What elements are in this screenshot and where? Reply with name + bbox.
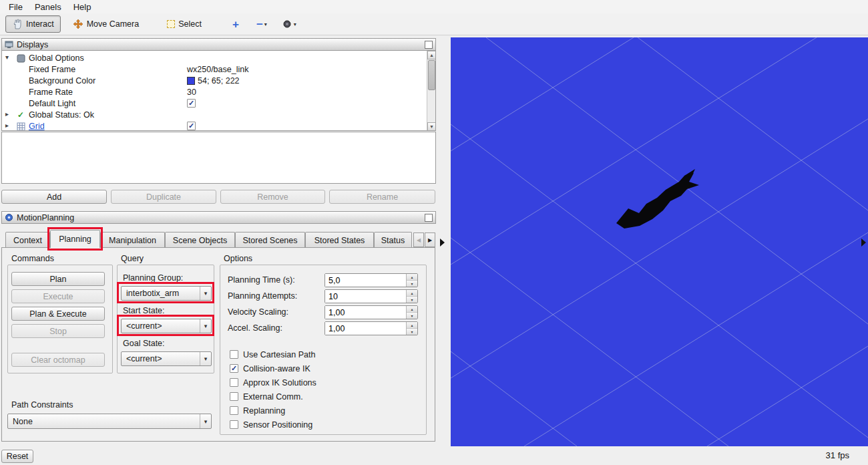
tab-scroll-left-button[interactable]: ◀: [413, 232, 424, 247]
chevron-down-icon: ▾: [200, 414, 211, 428]
tab-label: Context: [13, 236, 42, 245]
interact-tool-button[interactable]: Interact: [5, 15, 61, 33]
add-tool-button[interactable]: +: [228, 15, 243, 33]
start-state-value: <current>: [122, 321, 200, 331]
tree-label: Grid: [29, 122, 45, 131]
select-tool-button[interactable]: Select: [160, 15, 208, 33]
velocity-scaling-value[interactable]: [325, 306, 406, 319]
tree-row-fixed-frame[interactable]: Fixed Frame wx250/base_link: [2, 64, 435, 75]
collision-aware-ik-checkbox[interactable]: ✓: [230, 364, 238, 373]
approx-ik-solutions-checkbox[interactable]: ✓: [230, 378, 238, 387]
scroll-down-icon[interactable]: ▼: [427, 122, 436, 131]
add-display-button[interactable]: Add: [1, 190, 107, 204]
interact-label: Interact: [26, 19, 54, 29]
tab-context[interactable]: Context: [5, 232, 50, 248]
execute-button[interactable]: Execute: [11, 289, 105, 303]
spin-up-icon[interactable]: ▴: [407, 322, 417, 329]
plus-icon: +: [232, 19, 239, 30]
displays-panel-header[interactable]: Displays: [1, 38, 436, 51]
tree-row-background-color[interactable]: Background Color 54; 65; 222: [2, 75, 435, 87]
default-light-checkbox[interactable]: ✓: [187, 99, 196, 108]
robot-arm-model[interactable]: [616, 169, 699, 228]
tab-scroll-right-button[interactable]: ▶: [425, 232, 435, 247]
tab-planning[interactable]: Planning: [50, 230, 100, 248]
tree-row-global-options[interactable]: ▾ Global Options: [2, 53, 435, 64]
accel-scaling-label: Accel. Scaling:: [228, 323, 282, 333]
plan-button[interactable]: Plan: [11, 272, 105, 286]
external-comm-checkbox[interactable]: ✓: [230, 392, 238, 401]
velocity-scaling-input[interactable]: ▴▾: [324, 305, 418, 319]
tab-manipulation[interactable]: Manipulation: [100, 232, 165, 248]
planning-time-input[interactable]: ▴▾: [324, 273, 418, 287]
tab-left-icon: ◀: [417, 237, 421, 243]
motionplanning-panel-header[interactable]: MotionPlanning: [1, 211, 436, 224]
menu-panels[interactable]: Panels: [29, 1, 67, 13]
reset-button[interactable]: Reset: [1, 450, 33, 463]
spin-up-icon[interactable]: ▴: [407, 290, 417, 297]
goal-state-value: <current>: [122, 354, 200, 363]
goal-state-select[interactable]: <current> ▾: [121, 351, 212, 366]
expander-closed-icon[interactable]: ▸: [5, 122, 9, 129]
planning-time-value[interactable]: [325, 274, 406, 287]
planning-attempts-input[interactable]: ▴▾: [324, 289, 418, 303]
scroll-up-icon[interactable]: ▲: [427, 51, 436, 59]
tab-scene-objects[interactable]: Scene Objects: [165, 232, 235, 248]
3d-viewport[interactable]: [451, 37, 868, 446]
path-constraints-select[interactable]: None ▾: [7, 414, 212, 429]
tool-properties-button[interactable]: ▾: [278, 15, 300, 33]
use-cartesian-path-checkbox[interactable]: ✓: [230, 350, 238, 359]
duplicate-display-button[interactable]: Duplicate: [111, 190, 216, 204]
splitter-collapse-handle[interactable]: [861, 239, 866, 247]
grid-checkbox[interactable]: ✓: [187, 122, 196, 130]
replanning-checkbox[interactable]: ✓: [230, 406, 238, 415]
spin-down-icon[interactable]: ▾: [407, 297, 417, 303]
remove-tool-button[interactable]: − ▾: [252, 15, 271, 33]
tree-row-global-status[interactable]: ▸ ✓ Global Status: Ok: [2, 110, 435, 121]
accel-scaling-value[interactable]: [325, 322, 406, 335]
remove-display-button[interactable]: Remove: [220, 190, 325, 204]
tab-label: Planning: [59, 235, 91, 244]
tab-right-icon: ▶: [428, 237, 432, 243]
planning-group-select[interactable]: interbotix_arm ▾: [121, 286, 212, 301]
chevron-down-icon: ▾: [264, 21, 267, 27]
motionplanning-panel-title: MotionPlanning: [17, 213, 74, 222]
tab-status[interactable]: Status: [374, 232, 412, 248]
tab-stored-scenes[interactable]: Stored Scenes: [235, 232, 305, 248]
fixed-frame-value[interactable]: wx250/base_link: [187, 65, 248, 74]
spin-up-icon[interactable]: ▴: [407, 274, 417, 281]
frame-rate-value[interactable]: 30: [187, 88, 196, 97]
clear-octomap-button[interactable]: Clear octomap: [11, 353, 105, 367]
tree-row-default-light[interactable]: Default Light ✓: [2, 98, 435, 110]
expander-open-icon[interactable]: ▾: [5, 53, 9, 61]
panel-float-button[interactable]: [425, 41, 433, 49]
spin-down-icon[interactable]: ▾: [407, 313, 417, 319]
menu-file[interactable]: File: [3, 1, 29, 13]
accel-scaling-input[interactable]: ▴▾: [324, 321, 418, 335]
background-color-value[interactable]: 54; 65; 222: [187, 76, 240, 86]
tree-scrollbar[interactable]: ▲ ▼: [427, 51, 435, 131]
scrollbar-thumb[interactable]: [428, 60, 435, 90]
splitter-collapse-handle[interactable]: [440, 239, 445, 247]
panel-float-button[interactable]: [425, 214, 433, 222]
spin-up-icon[interactable]: ▴: [407, 306, 417, 313]
displays-icon: [5, 40, 13, 49]
plan-and-execute-button[interactable]: Plan & Execute: [11, 307, 105, 321]
stop-button[interactable]: Stop: [11, 324, 105, 338]
tree-row-frame-rate[interactable]: Frame Rate 30: [2, 87, 435, 98]
grid-icon: [17, 122, 25, 131]
spin-down-icon[interactable]: ▾: [407, 281, 417, 287]
motionplanning-icon: [5, 213, 13, 222]
sensor-positioning-checkbox[interactable]: ✓: [230, 420, 238, 429]
start-state-select[interactable]: <current> ▾: [121, 319, 212, 333]
menu-help[interactable]: Help: [67, 1, 97, 13]
tab-stored-states[interactable]: Stored States: [305, 232, 374, 248]
move-camera-label: Move Camera: [87, 19, 140, 29]
planning-attempts-value[interactable]: [325, 290, 406, 303]
move-camera-tool-button[interactable]: Move Camera: [66, 15, 146, 33]
tree-row-grid[interactable]: ▸ Grid ✓: [2, 121, 435, 131]
move-camera-icon: [73, 19, 83, 29]
expander-closed-icon[interactable]: ▸: [5, 110, 9, 118]
select-icon: [167, 20, 175, 28]
spin-down-icon[interactable]: ▾: [407, 329, 417, 335]
rename-display-button[interactable]: Rename: [329, 190, 435, 204]
